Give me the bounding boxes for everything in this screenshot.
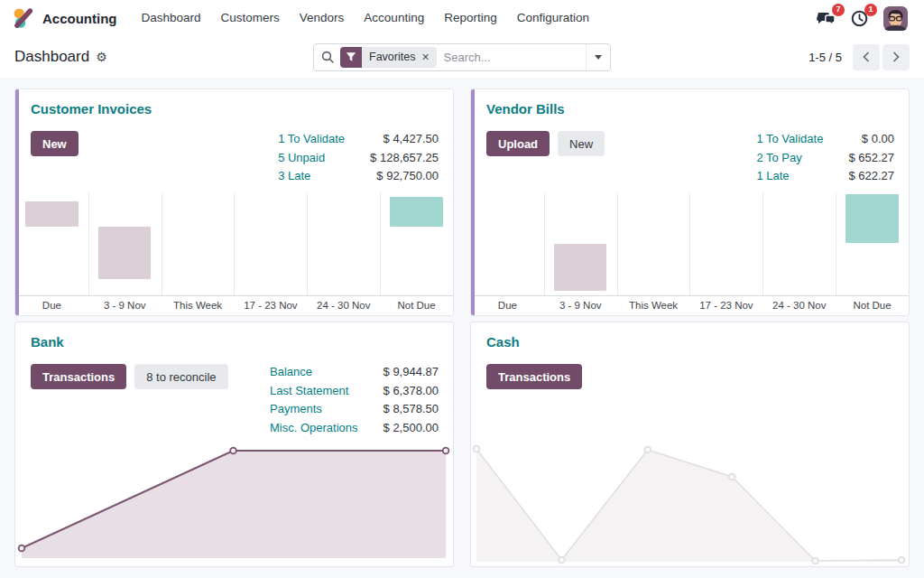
pager-range: 1-5 / 5: [808, 51, 842, 64]
transactions-button[interactable]: Transactions: [486, 364, 582, 389]
stat-value-misc-operations: $ 2,500.00: [383, 421, 439, 434]
bar-not-due[interactable]: [845, 194, 898, 243]
user-menu-button[interactable]: [883, 6, 908, 31]
stat-link-payments[interactable]: Payments: [270, 402, 358, 415]
card-customer-invoices[interactable]: Customer InvoicesNew1 To Validate$ 4,427…: [14, 89, 454, 316]
due-date-bar-chart: Due3 - 9 NovThis Week17 - 23 Nov24 - 30 …: [15, 192, 453, 315]
axis-label-not-due: Not Due: [827, 300, 910, 311]
card-stats: 1 To Validate$ 4,427.505 Unpaid$ 128,657…: [278, 132, 439, 182]
card-buttons: Transactions: [486, 364, 582, 389]
gridline: [544, 192, 545, 295]
balance-line-chart: [472, 438, 908, 564]
gridline: [162, 192, 162, 295]
stat-value-1-to-validate: $ 0.00: [848, 132, 894, 145]
messages-button[interactable]: 7: [817, 10, 836, 27]
stat-value-payments: $ 8,578.50: [383, 402, 439, 415]
x-axis-line: [471, 295, 909, 296]
control-panel: Dashboard ⚙ Favorites × 1-5 / 5: [0, 36, 924, 78]
nav-item-dashboard[interactable]: Dashboard: [132, 0, 211, 36]
nav-item-vendors[interactable]: Vendors: [290, 0, 355, 36]
cards-grid: Customer InvoicesNew1 To Validate$ 4,427…: [0, 78, 924, 567]
gridline: [88, 192, 89, 295]
remove-filter-icon[interactable]: ×: [421, 51, 429, 63]
filter-chip-label: Favorites: [369, 51, 415, 63]
new-button[interactable]: New: [31, 131, 79, 156]
chart-column-24-30-nov: 24 - 30 Nov: [762, 192, 836, 315]
balance-line-chart: [16, 438, 452, 564]
chart-column-this-week: This Week: [617, 192, 690, 315]
stat-link-1-to-validate[interactable]: 1 To Validate: [756, 132, 823, 145]
bar-3-9-nov[interactable]: [554, 244, 606, 291]
activities-badge: 1: [864, 4, 877, 16]
chevron-down-icon: [595, 55, 602, 60]
stat-link-last-statement[interactable]: Last Statement: [270, 384, 358, 397]
top-navbar: Accounting DashboardCustomersVendorsAcco…: [0, 0, 924, 36]
gridline: [307, 192, 308, 295]
card-cash[interactable]: CashTransactions: [470, 322, 910, 567]
upload-button[interactable]: Upload: [486, 131, 550, 156]
stat-link-misc-operations[interactable]: Misc. Operations: [270, 421, 358, 434]
gridline: [836, 192, 836, 295]
new-button[interactable]: New: [558, 131, 605, 156]
card-buttons: UploadNew: [486, 131, 605, 156]
card-buttons: Transactions8 to reconcile: [31, 364, 228, 389]
activities-button[interactable]: 1: [851, 10, 868, 27]
nav-item-configuration[interactable]: Configuration: [507, 0, 599, 36]
card-accent-stripe: [471, 89, 475, 315]
bar-not-due[interactable]: [390, 197, 442, 227]
search-input[interactable]: [437, 51, 586, 64]
stat-value-1-late: $ 622.27: [848, 169, 894, 182]
pager-previous-button[interactable]: [853, 44, 880, 70]
chevron-right-icon: [892, 51, 901, 62]
due-date-bar-chart: Due3 - 9 NovThis Week17 - 23 Nov24 - 30 …: [471, 192, 909, 315]
nav-item-customers[interactable]: Customers: [211, 0, 290, 36]
stat-value-last-statement: $ 6,378.00: [383, 384, 439, 397]
card-title-vendor-bills: Vendor Bills: [486, 101, 565, 117]
stat-link-1-late[interactable]: 1 Late: [756, 169, 823, 182]
pager-next-button[interactable]: [882, 44, 910, 70]
stat-link-3-late[interactable]: 3 Late: [278, 169, 345, 182]
messages-badge: 7: [832, 4, 845, 16]
card-vendor-bills[interactable]: Vendor BillsUploadNew1 To Validate$ 0.00…: [470, 89, 910, 316]
stat-link-1-to-validate[interactable]: 1 To Validate: [278, 132, 345, 145]
nav-item-accounting[interactable]: Accounting: [354, 0, 434, 36]
nav-item-reporting[interactable]: Reporting: [434, 0, 507, 36]
card-stats: 1 To Validate$ 0.002 To Pay$ 652.271 Lat…: [756, 132, 894, 182]
chart-column-3-9-nov: 3 - 9 Nov: [544, 192, 617, 315]
gridline: [617, 192, 618, 295]
bar-due[interactable]: [25, 201, 78, 227]
x-axis-line: [15, 295, 453, 296]
app-name: Accounting: [42, 11, 117, 26]
stat-link-2-to-pay[interactable]: 2 To Pay: [756, 151, 823, 164]
favorites-filter-chip[interactable]: Favorites ×: [340, 47, 437, 68]
stat-value-3-late: $ 92,750.00: [370, 169, 439, 182]
card-title-bank: Bank: [31, 334, 64, 350]
nav-menu: DashboardCustomersVendorsAccountingRepor…: [132, 0, 600, 36]
chevron-left-icon: [862, 51, 871, 62]
search-icon: [321, 51, 334, 63]
gridline: [234, 192, 235, 295]
gridline: [689, 192, 690, 295]
user-avatar: [883, 6, 908, 31]
search-options-toggle[interactable]: [586, 44, 610, 70]
stat-value-2-to-pay: $ 652.27: [848, 151, 894, 164]
gridline: [380, 192, 381, 295]
transactions-button[interactable]: Transactions: [31, 364, 126, 389]
systray: 7 1: [817, 6, 913, 31]
bar-3-9-nov[interactable]: [98, 227, 151, 279]
accounting-app-icon[interactable]: [13, 7, 34, 29]
stat-value-5-unpaid: $ 128,657.25: [370, 151, 439, 164]
chart-column-17-23-nov: 17 - 23 Nov: [234, 192, 307, 315]
card-bank[interactable]: BankTransactions8 to reconcileBalance$ 9…: [14, 322, 454, 567]
chart-column-not-due: Not Due: [380, 192, 453, 315]
gridline: [762, 192, 763, 295]
stat-link-5-unpaid[interactable]: 5 Unpaid: [278, 151, 345, 164]
chart-column-due: Due: [471, 192, 544, 315]
page-title: Dashboard: [14, 48, 89, 66]
search-bar[interactable]: Favorites ×: [313, 43, 611, 71]
stat-link-balance[interactable]: Balance: [270, 365, 358, 378]
gear-icon[interactable]: ⚙: [96, 51, 107, 63]
chart-column-24-30-nov: 24 - 30 Nov: [307, 192, 380, 315]
8-to-reconcile-button[interactable]: 8 to reconcile: [134, 364, 227, 389]
card-stats: Balance$ 9,944.87Last Statement$ 6,378.0…: [270, 365, 439, 434]
